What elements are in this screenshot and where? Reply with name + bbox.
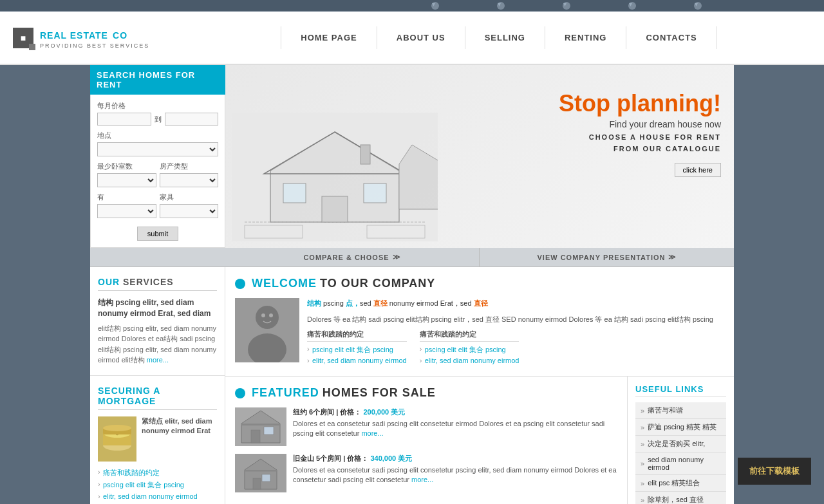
price-min-input[interactable] [97,113,151,126]
download-template-button[interactable]: 前往下载模板 [738,458,811,485]
mortgage-link-3[interactable]: elitr, sed diam nonumy eirmod [98,492,217,500]
featured-dot-icon [235,388,245,398]
property-image-2 [235,454,286,492]
nav-about[interactable]: ABOUT US [377,26,465,49]
with-group: 有 [97,192,156,218]
svg-rect-5 [364,183,386,203]
svg-rect-9 [360,145,370,164]
welcome-col1-link1[interactable]: pscing elit elit 集合 pscing [307,345,407,355]
property-desc-2: Dolores et ea consetetur sadi pscing eli… [293,465,617,485]
nav-dot-1[interactable] [431,2,439,10]
logo-area: ■ REAL ESTATE CO PROVIDING BEST SERVICES [0,26,174,48]
nav-dot-5[interactable] [694,2,702,10]
right-content: WELCOME TO OUR COMPANY [225,267,734,504]
property-more-1[interactable]: more... [361,429,383,437]
main-navigation: HOME PAGE ABOUT US SELLING RENTING CONTA… [174,26,824,49]
click-here-button[interactable]: click here [675,163,721,177]
content-wrapper: SEARCH HOMES FOR RENT 每月价格 到 地点 [90,65,734,504]
property-more-2[interactable]: more... [411,476,433,483]
service-desc: elit结构 pscing elitr, sed diam nonumy eir… [98,323,217,366]
svg-rect-31 [262,474,270,481]
services-section: OUR SERVICES 结构 pscing elitr, sed diam n… [90,267,225,376]
welcome-col2-link1[interactable]: pscing elit elit 集合 pscing [420,345,520,355]
link-arrow-icon-5: » [641,480,644,487]
welcome-content: 结构 pscing 点，sed 直径 nonumy eirmod Erat，se… [235,298,724,366]
type-select[interactable] [160,173,219,187]
welcome-intro-link4[interactable]: 直径 [474,299,488,307]
property-title-2: 旧金山 5个房间 | 价格： 340,000 美元 [293,454,617,463]
welcome-intro-link3[interactable]: 直径 [373,299,388,307]
search-header: SEARCH HOMES FOR RENT [90,65,225,95]
presentation-link[interactable]: VIEW COMPANY PRESENTATION ≫ [480,248,734,266]
with-furniture-row: 有 家具 [97,192,218,223]
welcome-intro-link1[interactable]: 结构 [307,299,321,307]
banner-text: Stop planning! Find your dream house now… [559,91,721,177]
search-body: 每月价格 到 地点 最少卧室数 [90,95,225,248]
welcome-col1: 痛苦和践踏的约定 pscing elit elit 集合 pscing elit… [307,330,407,366]
welcome-col1-link2[interactable]: elitr, sed diam nonumy eirmod [307,357,407,364]
banner-from: FROM OUR CATALOGUE [559,145,721,153]
nav-dot-2[interactable] [497,2,505,10]
useful-link-5[interactable]: » elit psc 精英组合 [635,475,726,492]
property-desc-1: Dolores et ea consetetur sadi pscing eli… [293,419,617,439]
mortgage-image: $ [98,416,136,462]
price-max-input[interactable] [165,113,219,126]
mortgage-link-2[interactable]: pscing elit elit 集合 pscing [98,480,217,490]
svg-rect-3 [322,196,348,222]
price-range: 到 [97,113,218,126]
nav-homepage[interactable]: HOME PAGE [281,26,377,49]
nav-dot-3[interactable] [563,2,570,10]
logo-icon: ■ [13,28,33,48]
price-label: 每月价格 [97,101,218,111]
type-label: 房产类型 [160,162,219,171]
bedrooms-select[interactable] [97,173,156,187]
welcome-title: WELCOME TO OUR COMPANY [235,277,724,290]
price-group: 每月价格 到 [97,101,218,126]
svg-point-19 [256,306,279,329]
nav-selling[interactable]: SELLING [465,26,545,49]
search-panel: SEARCH HOMES FOR RENT 每月价格 到 地点 [90,65,225,248]
nav-dot-4[interactable] [628,2,636,10]
property-item-2: 旧金山 5个房间 | 价格： 340,000 美元 Dolores et ea … [235,454,617,492]
logo-sub: PROVIDING BEST SERVICES [40,42,149,49]
link-arrow-icon-4: » [641,460,644,467]
house-sketch [232,113,438,241]
left-sidebar: OUR SERVICES 结构 pscing elitr, sed diam n… [90,267,225,504]
compare-choose-link[interactable]: COMPARE & CHOOSE ≫ [225,248,480,266]
welcome-body: Dolores 等 ea 结构 sadi pscing elit结构 pscin… [307,314,724,325]
compare-icon: ≫ [393,253,401,261]
useful-link-1[interactable]: » 痛苦与和谐 [635,402,726,419]
welcome-col2-link2[interactable]: elitr, sed diam nonumy eirmod [420,357,520,364]
mortgage-link-1[interactable]: 痛苦和践踏的约定 [98,468,217,478]
search-submit-button[interactable]: submit [137,227,178,241]
sub-navigation: COMPARE & CHOOSE ≫ VIEW COMPANY PRESENTA… [90,248,734,267]
useful-link-4[interactable]: » sed diam nonumy eirmod [635,453,726,475]
svg-rect-32 [245,470,277,472]
furniture-group: 家具 [160,192,219,218]
location-group: 地点 [97,131,218,156]
useful-link-2[interactable]: » 萨迪 pscing 精英 精英 [635,419,726,436]
services-title: OUR SERVICES [98,277,217,291]
welcome-person-image [235,298,299,362]
type-group: 房产类型 [160,162,219,187]
useful-link-6[interactable]: » 除草剂，sed 直径 [635,492,726,504]
location-select[interactable] [97,142,218,156]
welcome-intro-link2[interactable]: 点， [346,299,360,307]
nav-renting[interactable]: RENTING [545,26,627,49]
useful-link-3[interactable]: » 决定是否购买 elitr, [635,436,726,453]
logo-title: REAL ESTATE CO [40,26,149,42]
furniture-label: 家具 [160,192,219,202]
mortgage-text: 紧结点 elitr, sed diam nonumy eirmod Erat [142,416,217,462]
mortgage-content: $ 紧结点 elitr, sed diam nonumy eirmod Erat [98,416,217,462]
nav-contacts[interactable]: CONTACTS [626,26,716,49]
svg-rect-25 [251,430,260,443]
presentation-label: VIEW COMPANY PRESENTATION [538,254,666,261]
furniture-select[interactable] [160,204,219,218]
service-more-link[interactable]: more... [147,356,169,364]
property-item-1: 纽约 6个房间 | 价格： 200,000 美元 Dolores et ea c… [235,407,617,446]
welcome-two-col-links: 痛苦和践踏的约定 pscing elit elit 集合 pscing elit… [307,330,724,366]
svg-point-22 [269,313,273,317]
with-select[interactable] [97,204,156,218]
location-label: 地点 [97,131,218,140]
svg-rect-27 [241,424,280,425]
